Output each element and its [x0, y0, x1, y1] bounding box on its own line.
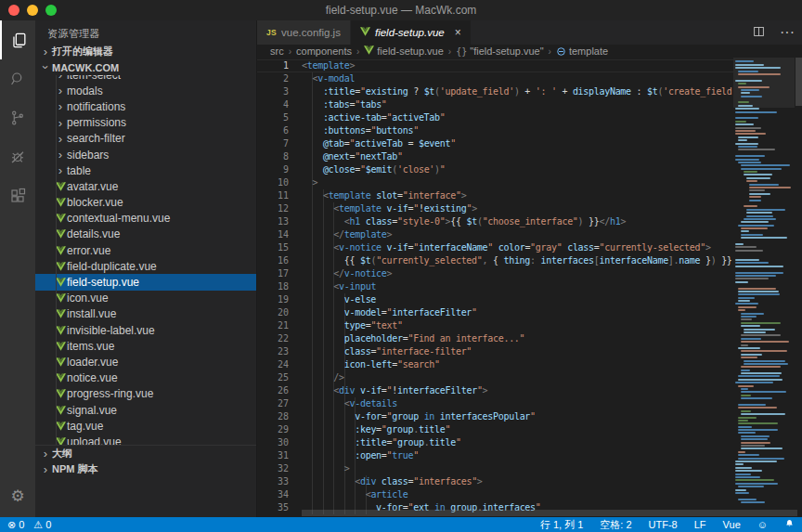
tree-item-install-vue[interactable]: install.vue [35, 306, 256, 322]
explorer-icon [10, 32, 28, 49]
tree-item-sidebars[interactable]: ›sidebars [35, 147, 256, 162]
tree-item-field-duplicate-vue[interactable]: field-duplicate.vue [35, 258, 256, 274]
chevron-right-icon: › [39, 45, 52, 58]
tree-item-label: sidebars [67, 149, 109, 162]
vue-file-icon [364, 45, 374, 57]
status-eol[interactable]: LF [694, 519, 706, 530]
activitybar-extensions[interactable] [0, 176, 35, 215]
tree-item-label: modals [67, 84, 103, 97]
tree-item-label: upload.vue [67, 435, 122, 445]
npm-scripts-section[interactable]: › NPM 脚本 [35, 461, 256, 477]
tree-item-signal-vue[interactable]: signal.vue [35, 402, 256, 418]
tree-item-icon-vue[interactable]: icon.vue [35, 291, 256, 306]
activitybar-settings[interactable]: ⚙ [0, 480, 35, 512]
more-actions-button[interactable]: ··· [780, 24, 795, 41]
tree-item-items-vue[interactable]: items.vue [35, 338, 256, 354]
status-notifications[interactable] [784, 519, 795, 531]
js-file-icon: JS [266, 28, 277, 37]
code-editor[interactable]: 1234567891011121314151617181920212223242… [257, 58, 802, 517]
tree-item-notifications[interactable]: ›notifications [35, 98, 256, 114]
tree-item-label: error.vue [67, 244, 110, 257]
gear-icon: ⚙ [10, 487, 24, 506]
tree-item-label: invisible-label.vue [67, 324, 155, 337]
tree-item-tag-vue[interactable]: tag.vue [35, 418, 256, 434]
tree-item-invisible-label-vue[interactable]: invisible-label.vue [35, 322, 256, 338]
close-tab-icon[interactable]: × [455, 26, 461, 39]
breadcrumb: src›components›field-setup.vue›{}"field-… [257, 45, 802, 58]
breadcrumb-template[interactable]: template [556, 45, 608, 57]
activitybar-search[interactable] [0, 59, 35, 98]
tree-item-label: install.vue [67, 307, 116, 320]
error-icon: ⊗ [7, 520, 16, 530]
tree-item-blocker-vue[interactable]: blocker.vue [35, 195, 256, 211]
tab-label: vue.config.js [281, 27, 341, 38]
breadcrumb-separator: › [448, 46, 451, 57]
tree-item-loader-vue[interactable]: loader.vue [35, 354, 256, 370]
close-window-button[interactable] [8, 5, 19, 16]
open-editors-label: 打开的编辑器 [52, 45, 113, 58]
status-errors[interactable]: ⊗0 [7, 519, 24, 530]
tree-item-permissions[interactable]: ›permissions [35, 115, 256, 131]
bell-icon [784, 519, 795, 531]
tree-item-label: details.vue [67, 227, 120, 240]
outline-section[interactable]: › 大纲 [35, 445, 256, 461]
minimap[interactable] [733, 58, 795, 517]
horizontal-scrollbar[interactable] [302, 510, 797, 516]
title-bar: field-setup.vue — MacWk.com [0, 0, 802, 20]
tree-item-label: loader.vue [67, 356, 118, 369]
tab-field-setup-vue[interactable]: field-setup.vue× [351, 20, 472, 45]
breadcrumb-components[interactable]: components [296, 45, 352, 57]
tab-vue-config-js[interactable]: JSvue.config.js [257, 20, 351, 45]
tree-item-table[interactable]: ›table [35, 162, 256, 178]
chevron-down-icon: › [40, 61, 52, 74]
tree-item-label: blocker.vue [67, 196, 123, 209]
tree-item-search-filter[interactable]: ›search-filter [35, 131, 256, 147]
tree-item-label: table [67, 164, 91, 177]
tree-item-contextual-menu-vue[interactable]: contextual-menu.vue [35, 211, 256, 227]
tree-item-upload-vue[interactable]: upload.vue [35, 434, 256, 445]
tree-item-avatar-vue[interactable]: avatar.vue [35, 178, 256, 194]
braces-symbol-icon: {} [456, 46, 467, 57]
split-editor-icon [753, 24, 765, 41]
breadcrumb-separator: › [356, 46, 359, 57]
breadcrumb-separator: › [289, 46, 291, 57]
tree-item-item-select[interactable]: ›item-select [35, 75, 256, 83]
status-encoding[interactable]: UTF-8 [649, 519, 678, 530]
zoom-window-button[interactable] [45, 5, 57, 16]
status-warnings[interactable]: ⚠0 [33, 519, 51, 530]
split-editor-button[interactable] [753, 24, 765, 41]
activitybar-debug[interactable] [0, 137, 35, 176]
tree-item-label: item-select [67, 75, 121, 82]
tree-item-field-setup-vue[interactable]: field-setup.vue [35, 274, 256, 290]
breadcrumb-label: src [270, 45, 284, 57]
minimize-window-button[interactable] [27, 5, 38, 16]
tree-item-notice-vue[interactable]: notice.vue [35, 370, 256, 386]
tree-item-details-vue[interactable]: details.vue [35, 227, 256, 242]
line-numbers: 1234567891011121314151617181920212223242… [257, 59, 289, 514]
activitybar-explorer[interactable] [0, 20, 35, 59]
tree-item-label: field-setup.vue [67, 276, 139, 289]
status-feedback[interactable]: ☺ [757, 520, 768, 530]
workspace-root-section[interactable]: › MACWK.COM [35, 59, 256, 75]
tree-item-error-vue[interactable]: error.vue [35, 242, 256, 258]
open-editors-section[interactable]: › 打开的编辑器 [35, 44, 256, 59]
status-bar: ⊗0⚠0 行 1, 列 1空格: 2UTF-8LFVue☺ [0, 517, 802, 532]
breadcrumb-label: components [296, 45, 352, 57]
vertical-scrollbar[interactable] [796, 58, 802, 106]
status-indentation[interactable]: 空格: 2 [600, 518, 631, 532]
vscode-window: field-setup.vue — MacWk.com ⚙ 资源管理器 › 打开… [0, 0, 802, 532]
tree-item-label: avatar.vue [67, 180, 118, 193]
sidebar-title: 资源管理器 [47, 27, 100, 41]
breadcrumb--field-setup-vue-[interactable]: {}"field-setup.vue" [456, 45, 543, 57]
breadcrumb-src[interactable]: src [270, 45, 284, 57]
status-warnings-count: 0 [45, 519, 51, 530]
status-language-mode[interactable]: Vue [723, 519, 741, 530]
breadcrumb-label: template [569, 45, 608, 57]
ellipsis-icon: ··· [780, 24, 795, 41]
tree-item-progress-ring-vue[interactable]: progress-ring.vue [35, 386, 256, 402]
tree-item-modals[interactable]: ›modals [35, 83, 256, 98]
breadcrumb-field-setup-vue[interactable]: field-setup.vue [364, 45, 444, 57]
activitybar-source-control[interactable] [0, 98, 35, 137]
status-cursor-position[interactable]: 行 1, 列 1 [540, 518, 583, 532]
search-icon [9, 71, 26, 87]
